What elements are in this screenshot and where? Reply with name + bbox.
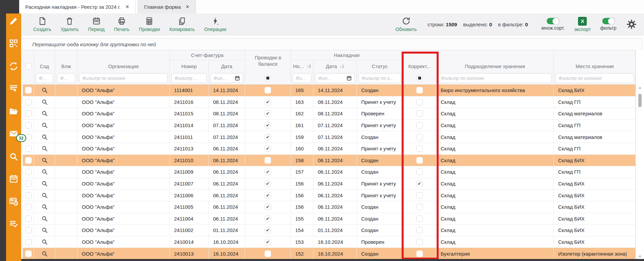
balance-checkbox[interactable]: [265, 87, 271, 93]
table-row[interactable]: ООО "Альфа"241101508.11.202416208.11.202…: [23, 108, 635, 120]
row-select-checkbox[interactable]: [25, 87, 32, 93]
magnifier-icon[interactable]: [41, 145, 48, 152]
tab-registry[interactable]: Расходная накладная - Реестр за 2024 г. …: [19, 0, 136, 13]
filter-checkbox-correct[interactable]: [416, 75, 423, 81]
row-select-checkbox[interactable]: [25, 110, 32, 117]
balance-checkbox[interactable]: [265, 204, 271, 210]
balance-checkbox[interactable]: [265, 251, 271, 257]
correct-checkbox[interactable]: [416, 110, 423, 117]
row-select-checkbox[interactable]: [25, 215, 32, 222]
magnifier-icon[interactable]: [41, 238, 48, 245]
correct-checkbox[interactable]: [416, 204, 423, 210]
column-header-n_num[interactable]: Но...↑3: [291, 60, 313, 72]
correct-checkbox[interactable]: [416, 239, 423, 245]
table-row[interactable]: ООО "Альфа"241101608.11.202416308.11.202…: [23, 96, 635, 108]
print-button[interactable]: Печать: [109, 15, 134, 33]
correct-checkbox[interactable]: [416, 251, 423, 257]
group-by-dropzone[interactable]: Перетащите сюда колонку для группировки …: [23, 38, 642, 50]
delete-button[interactable]: Удалить: [56, 15, 83, 33]
create-button[interactable]: Создать: [29, 15, 56, 33]
column-header-dept[interactable]: Подразделение хранения: [436, 60, 554, 72]
column-header-select[interactable]: [23, 60, 34, 72]
filter-input-vlj[interactable]: Ф...: [57, 73, 75, 83]
column-header-n_date[interactable]: Дата↓1: [313, 60, 357, 72]
row-select-checkbox[interactable]: [25, 145, 32, 152]
balance-checkbox[interactable]: [265, 99, 271, 105]
period-button[interactable]: Период: [83, 15, 109, 33]
balance-checkbox[interactable]: [265, 110, 271, 117]
table-row[interactable]: ООО "Альфа"241101006.11.202415806.11.202…: [23, 155, 635, 167]
scroll-down-icon[interactable]: ▼: [637, 255, 643, 258]
close-icon[interactable]: ✕: [125, 4, 129, 9]
sidebar-calendar-icon[interactable]: [9, 174, 19, 184]
sidebar-sync-icon[interactable]: [9, 61, 19, 71]
row-select-checkbox[interactable]: [25, 169, 32, 175]
magnifier-icon[interactable]: [41, 168, 48, 175]
filter-input-place[interactable]: Фильтр по колонке: [555, 73, 634, 83]
filter-input-status[interactable]: Фильтр по к...: [359, 73, 401, 83]
balance-checkbox[interactable]: [265, 227, 271, 233]
magnifier-icon[interactable]: [41, 192, 48, 199]
magnifier-icon[interactable]: [41, 134, 48, 141]
table-row[interactable]: ООО "Альфа"241100406.11.202415506.11.202…: [23, 213, 635, 225]
table-row[interactable]: ООО "Альфа"241100906.11.202415706.11.202…: [23, 166, 635, 178]
column-header-sod[interactable]: Сод: [34, 60, 55, 72]
table-row[interactable]: ООО "Альфа"241101306.11.202416006.11.202…: [23, 143, 635, 155]
row-select-checkbox[interactable]: [25, 122, 32, 128]
balance-checkbox[interactable]: [265, 122, 271, 128]
calendar-icon[interactable]: [235, 76, 240, 81]
filter-input-sf_date[interactable]: Фил...: [210, 73, 243, 83]
column-header-correct[interactable]: Коррект...: [403, 60, 436, 72]
column-header-vlj[interactable]: Влж: [55, 60, 77, 72]
magnifier-icon[interactable]: [41, 98, 48, 106]
filter-input-n_date[interactable]: Фил...: [315, 73, 355, 83]
magnifier-icon[interactable]: [41, 180, 48, 187]
sidebar-checklist-icon[interactable]: [9, 219, 19, 229]
toggle-on-icon[interactable]: [547, 18, 559, 24]
correct-checkbox[interactable]: [416, 180, 423, 187]
column-header-status[interactable]: Статус: [357, 60, 403, 72]
correct-checkbox[interactable]: [416, 215, 423, 222]
correct-checkbox[interactable]: [416, 134, 423, 140]
filter-input-sf_num[interactable]: Фильтр ...: [171, 73, 207, 83]
table-row[interactable]: ООО "Альфа"241100201.11.202415401.11.202…: [23, 225, 635, 236]
column-header-sf_num[interactable]: Номер: [170, 60, 209, 72]
magnifier-icon[interactable]: [41, 110, 48, 117]
row-select-checkbox[interactable]: [25, 204, 32, 210]
close-icon[interactable]: ✕: [185, 4, 190, 9]
multisort-toggle[interactable]: множ.сорт.: [537, 17, 569, 32]
magnifier-icon[interactable]: [41, 227, 48, 234]
row-select-checkbox[interactable]: [25, 99, 32, 105]
correct-checkbox[interactable]: [416, 169, 423, 175]
magnifier-icon[interactable]: [41, 87, 48, 94]
vertical-scrollbar[interactable]: ▲ ▼: [637, 85, 643, 259]
select-all-checkbox[interactable]: [25, 63, 32, 69]
filter-toggle[interactable]: фильтр: [596, 17, 621, 32]
column-header-org[interactable]: Организация: [77, 60, 170, 72]
correct-checkbox[interactable]: [416, 157, 423, 164]
filter-input-dept[interactable]: Фильтр по колонке: [438, 73, 552, 83]
balance-checkbox[interactable]: [265, 180, 271, 187]
column-header-place[interactable]: Место хранения: [554, 60, 636, 72]
row-select-checkbox[interactable]: [25, 239, 32, 245]
sidebar-download-list-icon[interactable]: [9, 84, 19, 93]
copy-button[interactable]: Копировать: [165, 15, 199, 33]
scroll-up-icon[interactable]: ▲: [637, 86, 643, 89]
filter-input-sod[interactable]: Ф...: [36, 73, 53, 83]
magnifier-icon[interactable]: [41, 203, 48, 210]
export-button[interactable]: X экспорт: [569, 16, 596, 33]
sidebar-pencil-icon[interactable]: [9, 16, 19, 26]
magnifier-icon[interactable]: [41, 250, 48, 257]
gear-icon[interactable]: [626, 19, 637, 29]
correct-checkbox[interactable]: [416, 99, 423, 105]
table-row[interactable]: ООО "Альфа"241101107.11.202415907.11.202…: [23, 131, 635, 143]
table-row[interactable]: ООО "Альфа"241100606.11.202415606.11.202…: [23, 190, 635, 201]
table-row[interactable]: ООО "Альфа"241100706.11.202415606.11.202…: [23, 178, 635, 190]
table-row[interactable]: ООО "Альфа"241100506.11.202415606.11.202…: [23, 201, 635, 213]
filter-checkbox-balance[interactable]: [265, 75, 271, 81]
tab-main-form[interactable]: Главная форма ✕: [138, 0, 196, 13]
correct-checkbox[interactable]: [416, 122, 423, 128]
column-header-sf_date[interactable]: Дата: [209, 60, 245, 72]
row-select-checkbox[interactable]: [25, 251, 32, 257]
balance-checkbox[interactable]: [265, 215, 271, 222]
